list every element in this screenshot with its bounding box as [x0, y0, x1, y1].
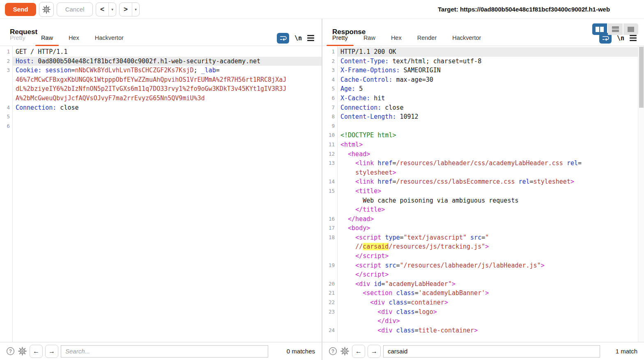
code-line[interactable]: 15 <title> [322, 187, 644, 196]
line-number [322, 205, 338, 215]
newline-toggle[interactable]: \n [294, 35, 302, 42]
tab-hex[interactable]: Hex [62, 30, 86, 46]
search-prev-button[interactable]: ← [30, 345, 43, 358]
code-line[interactable]: 3Cookie: session=nNbCWk8YdLvhLvnTBsCHCZG… [0, 66, 322, 75]
code-line[interactable]: 24 <div class=title-container> [322, 326, 644, 335]
response-editor[interactable]: 1HTTP/1.1 200 OK2Content-Type: text/html… [322, 46, 644, 342]
code-line[interactable]: 4Cache-Control: max-age=30 [322, 75, 644, 85]
editor-menu-button[interactable] [307, 35, 314, 41]
layout-columns-button[interactable] [592, 23, 607, 35]
scrollbar-thumb[interactable] [639, 47, 644, 108]
tab-pretty[interactable]: Pretty [325, 30, 355, 46]
code-line[interactable]: 5Age: 5 [322, 84, 644, 94]
search-next-button[interactable]: → [368, 345, 381, 358]
request-tabbar: PrettyRawHexHackvertor \n [0, 30, 322, 46]
code-line[interactable]: 8Content-Length: 10912 [322, 112, 644, 122]
code-line[interactable]: 46%7cMCwCFBxgxKbUNGQk1WtpppObfEYwZZmuAhQ… [0, 75, 322, 85]
search-help-button[interactable]: ? [6, 346, 15, 356]
code-line[interactable]: 9 [322, 122, 644, 131]
code-line[interactable]: 23 <div class=logo> [322, 307, 644, 317]
cancel-button[interactable]: Cancel [57, 2, 93, 16]
tab-raw[interactable]: Raw [356, 30, 382, 46]
response-scrollbar[interactable] [638, 46, 644, 342]
send-button[interactable]: Send [5, 3, 36, 16]
search-prev-button[interactable]: ← [352, 345, 365, 358]
line-number: 5 [322, 84, 338, 94]
next-request-dropdown[interactable]: ▾ [132, 7, 139, 12]
code-line[interactable]: 14 <link href=/resources/css/labsEcommer… [322, 177, 644, 187]
code-line[interactable]: dL%2bziyeIY6%2bIzNfnON5p2ITvGXs6m11q7DO3… [0, 84, 322, 94]
newline-toggle[interactable]: \n [617, 35, 624, 42]
code-line[interactable]: 6 [0, 122, 322, 131]
word-wrap-toggle[interactable] [277, 33, 289, 44]
tab-raw[interactable]: Raw [34, 30, 60, 46]
code-line[interactable]: 4Connection: close [0, 103, 322, 113]
target-url-label: Target: https://0ad800b504e48c1f81bcf304… [438, 0, 644, 19]
code-line[interactable]: 1GET / HTTP/1.1 [0, 47, 322, 57]
search-input[interactable] [61, 345, 268, 358]
code-line[interactable]: 17 <body> [322, 224, 644, 233]
search-help-button[interactable]: ? [328, 346, 338, 356]
code-text [13, 122, 322, 131]
line-number: 1 [322, 47, 338, 57]
code-line[interactable]: 2Host: 0ad800b504e48c1f81bcf30400c9002f.… [0, 57, 322, 66]
line-number [322, 270, 338, 279]
code-line[interactable]: 1HTTP/1.1 200 OK [322, 47, 644, 57]
code-line[interactable]: Web cache poisoning via ambiguous reques… [322, 196, 644, 205]
code-text: <div id="academyLabHeader"> [338, 279, 638, 289]
code-line[interactable]: 11<html> [322, 140, 644, 150]
repeater-toolbar: Send Cancel < ▾ > ▾ Target: https://0ad8… [0, 0, 644, 19]
code-line[interactable]: 13 <link href=/resources/labheader/css/a… [322, 159, 644, 168]
prev-request-button[interactable]: < [96, 5, 108, 14]
code-line[interactable]: 3X-Frame-Options: SAMEORIGIN [322, 66, 644, 75]
code-line[interactable]: 5 [0, 112, 322, 122]
code-text: <!DOCTYPE html> [338, 131, 638, 140]
tab-pretty[interactable]: Pretty [3, 30, 32, 46]
code-line[interactable]: 16 </head> [322, 215, 644, 224]
layout-single-button[interactable] [623, 23, 638, 35]
code-line[interactable]: //carsaid/resources/js/tracking.js"> [322, 242, 644, 252]
tab-hackvertor[interactable]: Hackvertor [445, 30, 488, 46]
code-line[interactable]: </script> [322, 252, 644, 261]
code-line[interactable]: 18 <script type="text/javascript" src=" [322, 233, 644, 242]
code-line[interactable]: 20 <div id="academyLabHeader"> [322, 279, 644, 289]
code-line[interactable]: 19 <script src="/resources/labheader/js/… [322, 261, 644, 270]
response-tabs: PrettyRawHexRenderHackvertor [325, 30, 488, 46]
code-line[interactable]: 2Content-Type: text/html; charset=utf-8 [322, 57, 644, 66]
code-line[interactable]: stylesheet> [322, 168, 644, 178]
tab-render[interactable]: Render [410, 30, 444, 46]
editor-menu-button[interactable] [630, 35, 637, 41]
code-line[interactable]: 12 <head> [322, 150, 644, 159]
line-number: 24 [322, 326, 338, 335]
code-line[interactable]: 22 <div class=container> [322, 298, 644, 307]
code-text: </head> [338, 215, 638, 224]
code-line[interactable]: 21 <section class='academyLabBanner'> [322, 288, 644, 298]
request-header: Request [0, 19, 322, 30]
prev-request-dropdown[interactable]: ▾ [109, 7, 116, 12]
search-input[interactable] [383, 345, 600, 358]
line-number [322, 242, 338, 252]
code-line[interactable]: A%2bMcGweuQbvjJcfAQVsOJvyF7ma2rrEvyzG65N… [0, 94, 322, 103]
code-line[interactable]: </title> [322, 205, 644, 215]
code-line[interactable]: 10<!DOCTYPE html> [322, 131, 644, 140]
code-line[interactable]: </script> [322, 270, 644, 279]
code-line[interactable]: </div> [322, 316, 644, 326]
layout-rows-button[interactable] [608, 23, 623, 35]
tab-hex[interactable]: Hex [384, 30, 409, 46]
send-settings-button[interactable] [39, 2, 54, 17]
search-settings-button[interactable] [340, 346, 350, 356]
next-request-button[interactable]: > [120, 5, 132, 14]
code-text: <link href=/resources/css/labsEcommerce.… [338, 177, 638, 187]
search-next-button[interactable]: → [45, 345, 58, 358]
code-line[interactable]: 7Connection: close [322, 103, 644, 113]
tab-hackvertor[interactable]: Hackvertor [88, 30, 131, 46]
request-searchbar: ? [0, 342, 322, 360]
request-editor[interactable]: 1GET / HTTP/1.12Host: 0ad800b504e48c1f81… [0, 46, 322, 342]
match-count: 0 matches [287, 348, 316, 355]
search-settings-button[interactable] [18, 346, 27, 356]
code-text: GET / HTTP/1.1 [13, 47, 322, 57]
line-number [0, 75, 13, 85]
code-text: A%2bMcGweuQbvjJcfAQVsOJvyF7ma2rrEvyzG65N… [13, 94, 322, 103]
code-line[interactable]: 6X-Cache: hit [322, 94, 644, 103]
request-editor-icons: \n [277, 33, 322, 44]
